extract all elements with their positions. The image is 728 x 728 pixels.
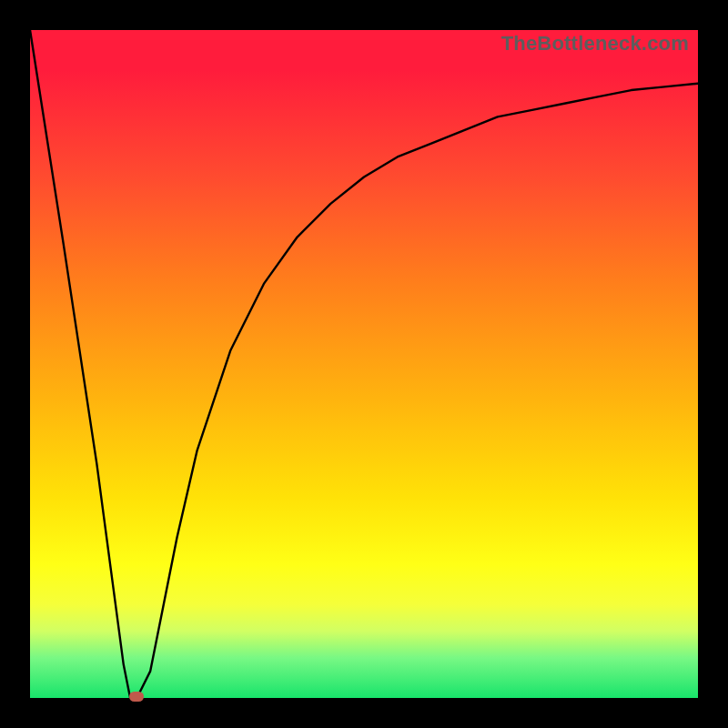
curve-path xyxy=(30,30,698,698)
chart-frame: TheBottleneck.com xyxy=(0,0,728,728)
plot-area: TheBottleneck.com xyxy=(30,30,698,698)
optimum-marker xyxy=(129,692,144,702)
bottleneck-curve xyxy=(30,30,698,698)
